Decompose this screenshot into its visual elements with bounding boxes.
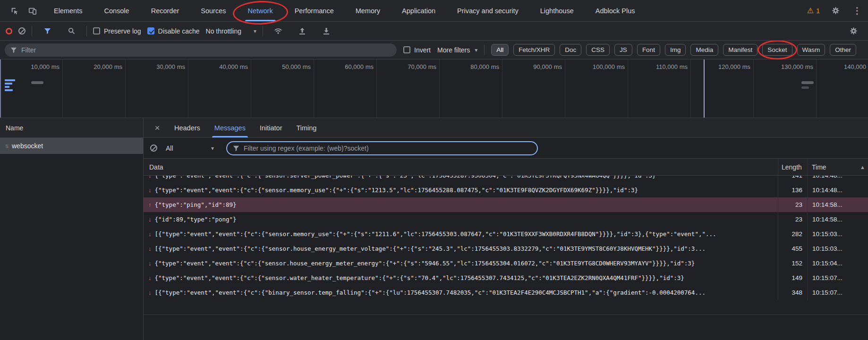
detail-tab[interactable]: Headers bbox=[167, 118, 207, 137]
request-row-websocket[interactable]: ↑↓ websocket bbox=[0, 138, 143, 154]
websocket-type-icon: ↑↓ bbox=[5, 143, 8, 149]
panel-tab[interactable]: Network bbox=[240, 0, 281, 21]
network-conditions-wifi-icon[interactable] bbox=[269, 23, 287, 39]
request-type-chip[interactable]: Media bbox=[690, 44, 718, 56]
regex-filter-pill[interactable] bbox=[226, 141, 538, 155]
message-row[interactable]: {"type":"event","event":{"c":{"sensor.ho… bbox=[144, 256, 868, 271]
message-row[interactable]: {"type":"event","event":{"c":{"sensor.me… bbox=[144, 183, 868, 197]
panel-tab[interactable]: Adblock Plus bbox=[588, 0, 643, 21]
detail-tab[interactable]: Messages bbox=[207, 118, 253, 137]
detail-tab[interactable]: Timing bbox=[289, 118, 323, 137]
settings-gear-icon[interactable] bbox=[826, 3, 844, 19]
timeline-column: 80,000 ms bbox=[440, 60, 502, 118]
request-detail-panel: × Headers Messages Initiator bbox=[144, 118, 868, 340]
timeline-tick-label: 40,000 ms bbox=[219, 63, 251, 118]
message-row[interactable]: {"type":"event","event":{"c":{"sensor.wa… bbox=[144, 271, 868, 285]
request-type-chip[interactable]: Doc bbox=[560, 44, 581, 56]
throttling-select[interactable]: No throttling ▾ bbox=[206, 27, 257, 35]
panel-tab[interactable]: Sources bbox=[193, 0, 233, 21]
panel-tab[interactable]: Console bbox=[96, 0, 136, 21]
request-type-chip[interactable]: All bbox=[491, 44, 509, 56]
timeline-columns: 10,000 ms 20,000 ms 30,000 ms 40,000 ms … bbox=[0, 60, 868, 118]
data-column-header[interactable]: Data bbox=[144, 163, 778, 171]
network-settings-gear-icon[interactable] bbox=[844, 23, 862, 39]
request-type-chip-label: Other bbox=[835, 46, 851, 53]
request-type-chip[interactable]: Img bbox=[665, 44, 686, 56]
filter-input-pill[interactable] bbox=[5, 43, 397, 57]
network-toolbar: Preserve log Disable cache No throttling… bbox=[0, 22, 868, 41]
clear-messages-button[interactable] bbox=[150, 144, 157, 152]
panel-tab[interactable]: Elements bbox=[46, 0, 90, 21]
network-overview-timeline[interactable]: 10,000 ms 20,000 ms 30,000 ms 40,000 ms … bbox=[0, 60, 868, 118]
timeline-column: 20,000 ms bbox=[63, 60, 126, 118]
message-row[interactable]: {"type":"event","event":{"c":{"sensor.se… bbox=[144, 176, 868, 183]
direction-arrow-icon bbox=[148, 230, 152, 238]
timeline-column: 50,000 ms bbox=[251, 60, 314, 118]
request-type-chip-label: Wasm bbox=[802, 46, 820, 53]
request-type-chip[interactable]: JS bbox=[614, 44, 632, 56]
request-type-chip-label: CSS bbox=[591, 46, 604, 53]
close-icon[interactable]: × bbox=[149, 120, 165, 136]
inspect-element-icon[interactable] bbox=[6, 3, 24, 19]
message-row[interactable]: [{"type":"event","event":{"c":{"sensor.m… bbox=[144, 227, 868, 241]
request-type-chip[interactable]: Fetch/XHR bbox=[513, 44, 555, 56]
message-data-cell: [{"type":"event","event":{"c":{"sensor.m… bbox=[144, 227, 778, 241]
panel-tab-label: Application bbox=[402, 7, 435, 15]
timeline-column: 110,000 ms bbox=[628, 60, 691, 118]
preserve-log-checkbox[interactable] bbox=[93, 27, 100, 34]
message-data-cell: {"type":"event","event":{"c":{"sensor.me… bbox=[144, 183, 778, 197]
panel-tab[interactable]: Memory bbox=[348, 0, 388, 21]
message-time: 10:15:03... bbox=[807, 227, 868, 241]
search-icon[interactable] bbox=[62, 23, 80, 39]
kebab-menu-icon[interactable]: ⋮ bbox=[851, 3, 863, 19]
issues-warning-badge[interactable]: ⚠ 1 bbox=[807, 7, 820, 15]
more-filters-button[interactable]: More filters ▾ bbox=[437, 46, 477, 54]
panel-tab[interactable]: Lighthouse bbox=[533, 0, 581, 21]
export-har-icon[interactable] bbox=[317, 23, 335, 39]
request-type-chip[interactable]: Font bbox=[637, 44, 660, 56]
throttling-value: No throttling bbox=[206, 27, 241, 35]
panel-tab[interactable]: Recorder bbox=[144, 0, 187, 21]
detail-tab[interactable]: Initiator bbox=[253, 118, 289, 137]
length-column-header[interactable]: Length bbox=[778, 159, 807, 175]
detail-tab-label: Messages bbox=[214, 124, 246, 132]
panel-tab[interactable]: Application bbox=[394, 0, 443, 21]
panel-tab-label: Sources bbox=[201, 7, 226, 15]
panel-tab-label: Console bbox=[104, 7, 129, 15]
detail-tab-label: Headers bbox=[174, 124, 200, 132]
websocket-activity-bars bbox=[5, 79, 15, 91]
preserve-log-toggle[interactable]: Preserve log bbox=[93, 27, 141, 35]
disable-cache-toggle[interactable]: Disable cache bbox=[147, 27, 200, 35]
request-type-filters: All Fetch/XHR Doc CSS JS bbox=[491, 44, 856, 56]
request-type-chip[interactable]: Socket bbox=[762, 44, 792, 56]
name-column-header[interactable]: Name bbox=[0, 118, 143, 138]
regex-filter-input[interactable] bbox=[244, 144, 531, 152]
panel-tab[interactable]: Privacy and security bbox=[450, 0, 526, 21]
request-type-chip-label: All bbox=[496, 46, 503, 53]
message-row[interactable]: {"id":89,"type":"pong"} 23 10:14:58... bbox=[144, 212, 868, 227]
message-row[interactable]: [{"type":"event","event":{"c":{"binary_s… bbox=[144, 285, 868, 300]
clear-network-log-button[interactable] bbox=[18, 27, 26, 34]
invert-toggle[interactable]: Invert bbox=[403, 46, 431, 54]
invert-checkbox[interactable] bbox=[403, 46, 410, 53]
message-row[interactable]: {"type":"ping","id":89} 23 10:14:58... bbox=[144, 197, 868, 212]
time-column-header[interactable]: Time ▲ bbox=[807, 159, 868, 175]
filter-toggle-icon[interactable] bbox=[38, 23, 56, 39]
request-rows: ↑↓ websocket bbox=[0, 138, 143, 154]
message-row[interactable]: [{"type":"event","event":{"c":{"sensor.h… bbox=[144, 241, 868, 256]
record-network-log-button[interactable] bbox=[6, 28, 12, 34]
request-type-chip[interactable]: CSS bbox=[586, 44, 610, 56]
import-har-icon[interactable] bbox=[293, 23, 311, 39]
panel-tab[interactable]: Performance bbox=[287, 0, 341, 21]
device-toolbar-icon[interactable] bbox=[24, 3, 42, 19]
direction-arrow-icon bbox=[148, 187, 152, 194]
message-time: 10:14:48... bbox=[807, 183, 868, 197]
direction-arrow-icon bbox=[148, 289, 152, 296]
filter-input[interactable] bbox=[21, 46, 391, 54]
request-type-chip[interactable]: Other bbox=[830, 44, 856, 56]
request-type-chip[interactable]: Manifest bbox=[723, 44, 757, 56]
disable-cache-checkbox[interactable] bbox=[147, 27, 154, 34]
sort-ascending-icon: ▲ bbox=[860, 164, 868, 170]
request-type-chip[interactable]: Wasm bbox=[797, 44, 825, 56]
message-direction-select[interactable]: All ▾ bbox=[166, 144, 218, 152]
